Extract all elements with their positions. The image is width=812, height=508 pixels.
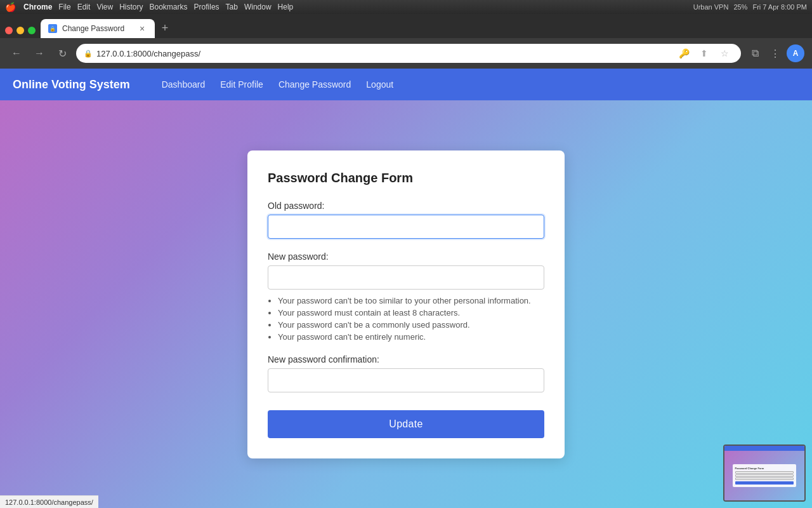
nav-links: Dashboard Edit Profile Change Password L… [162,79,393,90]
menu-history[interactable]: History [119,3,143,11]
menu-bar: Chrome File Edit View History Bookmarks … [23,3,293,11]
nav-link-logout[interactable]: Logout [366,79,393,90]
confirm-password-label: New password confirmation: [268,354,544,364]
apple-icon: 🍎 [5,2,16,12]
old-password-group: Old password: [268,201,544,239]
more-button[interactable]: ⋮ [766,44,784,62]
title-bar: 🍎 Chrome File Edit View History Bookmark… [0,0,812,14]
confirm-password-input[interactable] [268,368,544,392]
form-title: Password Change Form [268,171,544,185]
hint-2: Your password must contain at least 8 ch… [278,308,544,318]
active-tab[interactable]: 🔒 Change Password × [41,19,155,38]
new-password-group: New password: Your password can't be too… [268,251,544,342]
tab-title: Change Password [62,24,132,33]
menu-view[interactable]: View [96,3,113,11]
hint-4: Your password can't be entirely numeric. [278,332,544,342]
traffic-lights [5,27,36,34]
status-bar: 127.0.0.1:8000/changepass/ [0,495,98,508]
hint-1: Your password can't be too similar to yo… [278,296,544,305]
key-icon[interactable]: 🔑 [675,44,693,62]
urban-vpn-label: Urban VPN [693,3,729,11]
menu-help[interactable]: Help [278,3,294,11]
menu-chrome[interactable]: Chrome [23,3,52,11]
battery-label: 25% [733,3,747,11]
nav-link-edit-profile[interactable]: Edit Profile [220,79,263,90]
old-password-label: Old password: [268,201,544,211]
status-url: 127.0.0.1:8000/changepass/ [5,498,93,506]
password-hints: Your password can't be too similar to yo… [268,296,544,342]
address-bar: ← → ↻ 🔒 127.0.0.1:8000/changepass/ 🔑 ⬆ ☆… [0,38,812,69]
toolbar-right: ⧉ ⋮ A [746,44,804,62]
new-tab-button[interactable]: + [157,20,173,36]
title-bar-right: Urban VPN 25% Fri 7 Apr 8:00 PM [693,3,807,11]
share-icon[interactable]: ⬆ [695,44,713,62]
main-background: Password Change Form Old password: New p… [0,100,812,508]
update-button[interactable]: Update [268,410,544,438]
menu-tab[interactable]: Tab [226,3,238,11]
hint-3: Your password can't be a commonly used p… [278,320,544,330]
menu-window[interactable]: Window [244,3,272,11]
form-card: Password Change Form Old password: New p… [247,150,565,458]
nav-link-dashboard[interactable]: Dashboard [162,79,206,90]
confirm-password-group: New password confirmation: [268,354,544,392]
app-content: Online Voting System Dashboard Edit Prof… [0,69,812,508]
menu-edit[interactable]: Edit [77,3,91,11]
nav-bar: Online Voting System Dashboard Edit Prof… [0,69,812,100]
menu-bookmarks[interactable]: Bookmarks [150,3,188,11]
tab-bar: 🔒 Change Password × + [0,14,812,38]
address-container[interactable]: 🔒 127.0.0.1:8000/changepass/ 🔑 ⬆ ☆ [76,44,741,63]
maximize-window-button[interactable] [28,27,36,34]
minimize-window-button[interactable] [16,27,24,34]
tab-favicon: 🔒 [48,24,57,33]
profile-button[interactable]: A [787,44,804,62]
nav-brand[interactable]: Online Voting System [13,78,130,91]
tab-close-button[interactable]: × [137,23,147,34]
nav-link-change-password[interactable]: Change Password [278,79,351,90]
back-button[interactable]: ← [8,44,25,62]
forward-button[interactable]: → [30,44,48,62]
address-text: 127.0.0.1:8000/changepass/ [96,49,671,58]
new-password-input[interactable] [268,265,544,290]
menu-profiles[interactable]: Profiles [194,3,219,11]
extensions-button[interactable]: ⧉ [746,44,764,62]
close-window-button[interactable] [5,27,13,34]
thumbnail-preview: Password Change Form [723,444,806,502]
menu-file[interactable]: File [58,3,70,11]
refresh-button[interactable]: ↻ [53,44,71,62]
old-password-input[interactable] [268,215,544,239]
lock-icon: 🔒 [84,50,93,58]
new-password-label: New password: [268,251,544,262]
datetime-label: Fri 7 Apr 8:00 PM [752,3,807,11]
star-icon[interactable]: ☆ [716,44,733,62]
